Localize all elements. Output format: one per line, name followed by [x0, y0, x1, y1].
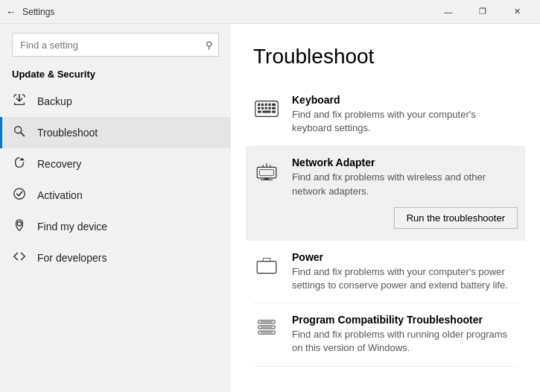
sidebar-find-device-label: Find my device — [37, 221, 107, 233]
search-input[interactable] — [12, 33, 219, 57]
network-desc: Find and fix problems with wireless and … — [292, 171, 518, 197]
svg-rect-20 — [259, 170, 273, 176]
sidebar-item-recovery[interactable]: Recovery — [0, 148, 231, 180]
svg-point-3 — [14, 189, 25, 199]
developers-icon — [12, 250, 27, 266]
svg-rect-17 — [262, 110, 270, 113]
troubleshoot-item-network: Network Adapter Find and fix problems wi… — [253, 157, 518, 197]
activation-icon — [12, 187, 27, 203]
svg-line-1 — [21, 133, 25, 136]
restore-button[interactable]: ❐ — [466, 0, 500, 24]
keyboard-icon — [253, 95, 280, 122]
svg-rect-10 — [272, 104, 276, 106]
power-name: Power — [292, 251, 518, 263]
program-compat-icon — [253, 315, 280, 342]
section-title: Update & Security — [0, 64, 231, 86]
network-name: Network Adapter — [292, 157, 518, 168]
svg-rect-6 — [258, 104, 260, 106]
power-text: Power Find and fix problems with your co… — [292, 251, 518, 292]
svg-rect-7 — [261, 104, 264, 106]
search-icon: ⚲ — [206, 39, 213, 51]
svg-rect-11 — [258, 107, 260, 110]
run-btn-row: Run the troubleshooter — [253, 198, 518, 241]
sidebar-item-activation[interactable]: Activation — [0, 180, 231, 211]
run-troubleshooter-button[interactable]: Run the troubleshooter — [394, 207, 518, 229]
sidebar-item-for-developers[interactable]: For developers — [0, 242, 231, 274]
power-icon — [253, 253, 280, 279]
sidebar-item-troubleshoot[interactable]: Troubleshoot — [0, 117, 231, 148]
svg-rect-12 — [261, 107, 264, 110]
sidebar-developers-label: For developers — [37, 252, 107, 264]
svg-rect-15 — [272, 107, 276, 110]
svg-point-4 — [17, 222, 21, 226]
svg-rect-18 — [272, 110, 276, 113]
svg-rect-16 — [258, 110, 261, 113]
svg-rect-8 — [265, 104, 267, 106]
find-device-icon — [12, 218, 27, 235]
title-bar-title: Settings — [22, 7, 54, 17]
program-compat-name: Program Compatibility Troubleshooter — [292, 314, 518, 326]
network-adapter-section: Network Adapter Find and fix problems wi… — [246, 146, 525, 240]
keyboard-name: Keyboard — [292, 94, 518, 106]
troubleshoot-item-program-compat: Program Compatibility Troubleshooter Fin… — [253, 303, 518, 366]
close-button[interactable]: ✕ — [500, 0, 534, 24]
keyboard-desc: Find and fix problems with your computer… — [292, 108, 518, 135]
svg-rect-9 — [268, 104, 270, 106]
svg-rect-19 — [257, 168, 276, 178]
network-text: Network Adapter Find and fix problems wi… — [292, 157, 518, 197]
sidebar: ⚲ Update & Security Backup — [0, 24, 231, 392]
main-area: ⚲ Update & Security Backup — [0, 24, 540, 392]
svg-rect-14 — [268, 107, 270, 110]
title-bar-left: ← Settings — [6, 6, 54, 18]
power-desc: Find and fix problems with your computer… — [292, 265, 518, 292]
program-compat-desc: Find and fix problems with running older… — [292, 328, 518, 355]
network-adapter-icon — [253, 158, 280, 185]
search-container: ⚲ — [12, 33, 219, 57]
keyboard-text: Keyboard Find and fix problems with your… — [292, 94, 518, 135]
sidebar-item-find-my-device[interactable]: Find my device — [0, 211, 231, 242]
title-bar-controls: — ❐ ✕ — [431, 0, 534, 24]
sidebar-activation-label: Activation — [37, 189, 83, 201]
content-panel: Troubleshoot — [231, 24, 540, 392]
troubleshoot-item-keyboard: Keyboard Find and fix problems with your… — [253, 83, 518, 146]
page-title: Troubleshoot — [253, 45, 518, 69]
backup-icon — [12, 93, 27, 110]
troubleshoot-item-power: Power Find and fix problems with your co… — [253, 241, 518, 303]
recovery-icon — [12, 156, 27, 172]
sidebar-backup-label: Backup — [37, 95, 72, 107]
svg-rect-26 — [257, 261, 276, 273]
sidebar-troubleshoot-label: Troubleshoot — [37, 127, 98, 139]
back-button[interactable]: ← — [6, 6, 16, 18]
minimize-button[interactable]: — — [431, 0, 466, 24]
sidebar-recovery-label: Recovery — [37, 158, 81, 170]
sidebar-item-backup[interactable]: Backup — [0, 86, 231, 117]
title-bar: ← Settings — ❐ ✕ — [0, 0, 540, 24]
troubleshoot-icon — [12, 124, 27, 141]
svg-marker-2 — [19, 158, 25, 161]
svg-rect-13 — [265, 107, 267, 110]
program-compat-text: Program Compatibility Troubleshooter Fin… — [292, 314, 518, 355]
